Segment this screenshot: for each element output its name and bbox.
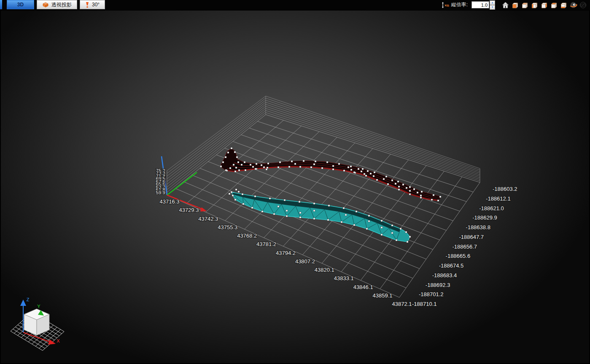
- vertical-scale-spinner: ▲ ▼: [471, 0, 495, 10]
- orbit-view-button[interactable]: [568, 0, 578, 9]
- view-right-button[interactable]: [539, 0, 549, 9]
- home-view-button[interactable]: [501, 0, 510, 9]
- tab-3d[interactable]: 3D: [7, 0, 34, 9]
- main-toolbar: 3D 透視投影 30° ×n 縦倍率: ▲: [0, 0, 590, 10]
- axis-tick-label: 43872.1: [392, 301, 412, 307]
- view-angle-label: 30°: [92, 2, 100, 8]
- axis-tick-label: 43716.3: [160, 198, 180, 205]
- axis-tick-label: 43768.2: [237, 233, 257, 239]
- axis-tick-label: -188665.6: [446, 253, 471, 259]
- vertical-scale-input[interactable]: [471, 1, 489, 8]
- angle-warning-icon: [85, 2, 89, 8]
- free-rotate-button[interactable]: [578, 0, 588, 9]
- axis-tick-label: -188701.2: [419, 291, 444, 297]
- nav-axis-label: Y: [37, 304, 40, 309]
- view-back-button[interactable]: [520, 0, 530, 9]
- svg-text:×n: ×n: [445, 3, 449, 8]
- axis-tick-label: -188612.1: [486, 195, 511, 202]
- axis-tick-label: -188656.7: [453, 244, 477, 250]
- view-left-button[interactable]: [530, 0, 539, 9]
- axis-tick-label: 43755.3: [218, 224, 237, 230]
- axis-tick-label: 43807.2: [295, 258, 315, 265]
- tab-strip: 3D 透視投影 30°: [0, 0, 105, 9]
- perspective-box-icon: [42, 2, 49, 8]
- axis-tick-label: 43833.1: [334, 275, 354, 281]
- vertical-scale-label: 縦倍率:: [451, 1, 468, 8]
- view-bottom-button[interactable]: [559, 0, 568, 9]
- view-top-button[interactable]: [549, 0, 559, 9]
- axis-tick-label: 43742.3: [198, 216, 218, 222]
- axis-tick-label: 43781.2: [256, 241, 276, 247]
- scale-increment-button[interactable]: ▲: [490, 0, 495, 5]
- axis-tick-label: -188638.8: [466, 224, 490, 230]
- axis-tick-label: 43794.2: [276, 250, 296, 256]
- vertical-scale-icon: ×n: [442, 2, 449, 8]
- surface-mesh-cyan: [232, 192, 410, 242]
- axis-tick-label: 43846.1: [353, 284, 373, 290]
- view-front-button[interactable]: [510, 0, 520, 9]
- view-controls: ×n 縦倍率: ▲ ▼: [442, 0, 590, 10]
- nav-cube-gizmo[interactable]: ZYX: [11, 297, 64, 351]
- nav-axis-label: Z: [27, 297, 30, 302]
- z-axis-labels: 75.273.371.469.567.665.663.761.859.9: [156, 168, 166, 195]
- axis-tick-label: -188692.3: [426, 282, 450, 288]
- axis-tick-label: 43729.3: [179, 207, 199, 213]
- axis-tick-label: -188683.4: [432, 272, 457, 278]
- viewport-3d[interactable]: 43716.343729.343742.343755.343768.243781…: [0, 0, 590, 364]
- nav-axis-label: X: [57, 338, 60, 343]
- axis-tick-label: -188710.1: [412, 301, 437, 307]
- mesh-vertex-points: [220, 147, 441, 243]
- view-buttons-group: [501, 0, 588, 9]
- active-tab-accent: [0, 0, 2, 9]
- scale-decrement-button[interactable]: ▼: [490, 5, 495, 10]
- perspective-projection-label: 透視投影: [51, 1, 72, 8]
- view-angle-button[interactable]: 30°: [80, 0, 105, 9]
- axis-tick-label: -188674.5: [439, 262, 464, 269]
- axis-tick-label: -188603.2: [493, 186, 517, 192]
- axis-tick-label: 59.9: [156, 190, 165, 195]
- axis-tick-label: 43859.1: [373, 292, 393, 299]
- axis-tick-label: -188629.9: [472, 214, 497, 221]
- axis-tick-label: -188621.0: [479, 205, 504, 211]
- axis-tick-label: 43820.1: [315, 267, 334, 273]
- perspective-projection-button[interactable]: 透視投影: [37, 0, 77, 9]
- axis-tick-label: -188647.7: [459, 234, 484, 240]
